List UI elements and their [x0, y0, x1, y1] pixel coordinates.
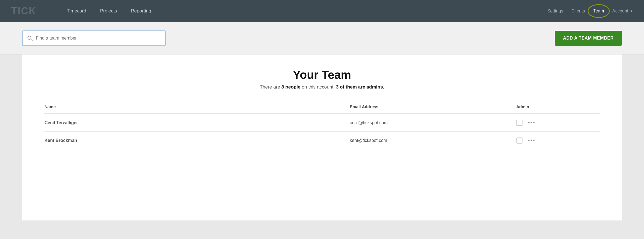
- admin-checkbox[interactable]: [516, 120, 522, 126]
- nav-timecard[interactable]: Timecard: [67, 8, 86, 14]
- nav-team[interactable]: Team: [593, 9, 604, 13]
- col-header-admin: Admin: [516, 101, 600, 114]
- search-input[interactable]: [36, 36, 161, 41]
- team-table: Name Email Address Admin Cecil Terwillig…: [44, 101, 600, 149]
- member-admin-cell: •••: [516, 114, 600, 132]
- member-email: kent@tickspot.com: [350, 132, 516, 149]
- nav-clients[interactable]: Clients: [571, 9, 585, 14]
- nav-account[interactable]: Account ▼: [612, 9, 633, 14]
- nav-settings[interactable]: Settings: [547, 9, 563, 14]
- nav-reporting[interactable]: Reporting: [131, 8, 151, 14]
- table-header-row: Name Email Address Admin: [44, 101, 600, 114]
- table-row: Kent Brockman kent@tickspot.com •••: [44, 132, 600, 149]
- account-dropdown-arrow: ▼: [630, 9, 633, 13]
- main-content: Your Team There are 8 people on this acc…: [22, 54, 622, 220]
- member-admin-cell: •••: [516, 132, 600, 149]
- nav-projects[interactable]: Projects: [100, 8, 117, 14]
- more-options-button[interactable]: •••: [528, 119, 535, 126]
- search-icon: [27, 35, 33, 41]
- team-heading: Your Team There are 8 people on this acc…: [44, 68, 600, 90]
- admin-checkbox[interactable]: [516, 137, 522, 144]
- member-name: Kent Brockman: [44, 132, 350, 149]
- navbar: TICK Timecard Projects Reporting Setting…: [0, 0, 644, 22]
- member-email: cecil@tickspot.com: [350, 114, 516, 132]
- admin-count: 3 of them are admins.: [336, 84, 384, 90]
- search-section: ADD A TEAM MEMBER: [0, 22, 644, 54]
- people-count: 8 people: [281, 84, 300, 90]
- more-options-button[interactable]: •••: [528, 137, 535, 144]
- col-header-name: Name: [44, 101, 350, 114]
- member-name: Cecil Terwilliger: [44, 114, 350, 132]
- logo: TICK: [11, 5, 36, 17]
- table-row: Cecil Terwilliger cecil@tickspot.com •••: [44, 114, 600, 132]
- svg-line-1: [31, 39, 32, 41]
- col-header-email: Email Address: [350, 101, 516, 114]
- team-title: Your Team: [44, 68, 600, 82]
- add-team-member-button[interactable]: ADD A TEAM MEMBER: [555, 31, 622, 46]
- team-subtitle: There are 8 people on this account, 3 of…: [44, 84, 600, 90]
- search-wrapper: [22, 30, 166, 46]
